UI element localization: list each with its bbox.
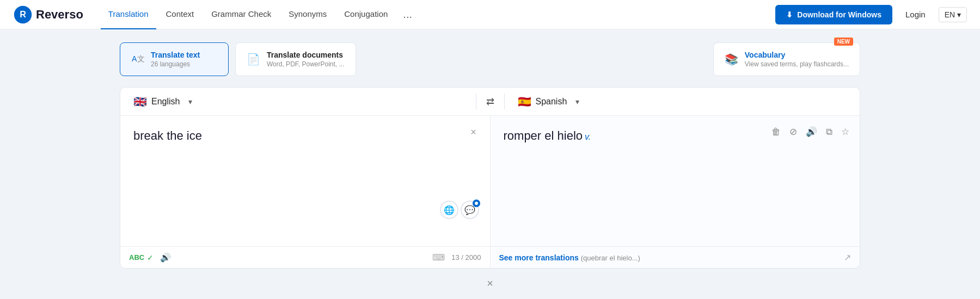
- translate-text-tab[interactable]: A 文 Translate text 26 languages: [120, 42, 229, 76]
- language-selector[interactable]: EN ▾: [939, 7, 967, 22]
- vocabulary-card[interactable]: NEW 📚 Vocabulary View saved terms, play …: [713, 42, 860, 76]
- ad-close-button[interactable]: ×: [487, 277, 493, 290]
- translate-docs-tab[interactable]: 📄 Translate documents Word, PDF, PowerPo…: [235, 42, 356, 76]
- trash-button[interactable]: 🗑: [769, 123, 783, 140]
- source-lang-chevron: ▾: [188, 97, 192, 106]
- source-panel: × break the ice 🌐 💬: [120, 116, 491, 246]
- speaker-icon: 🔊: [806, 126, 817, 138]
- ai-globe-button[interactable]: 🌐: [440, 201, 458, 219]
- external-link-icon[interactable]: ↗: [844, 252, 851, 263]
- vocab-icon: 📚: [725, 53, 738, 66]
- see-more-label: See more translations (quebrar el hielo.…: [499, 253, 640, 262]
- new-badge: NEW: [834, 38, 853, 46]
- header-right: ⬇ Download for Windows Login EN ▾: [775, 5, 967, 24]
- download-label: Download for Windows: [797, 10, 881, 19]
- spell-check-button[interactable]: ABC ✓: [129, 253, 154, 262]
- star-button[interactable]: ☆: [838, 123, 852, 140]
- translate-docs-icon: 📄: [247, 53, 260, 66]
- login-button[interactable]: Login: [901, 7, 930, 22]
- main-content: A 文 Translate text 26 languages 📄 Transl…: [109, 29, 871, 299]
- keyboard-icon[interactable]: ⌨: [432, 252, 445, 263]
- nav-item-context[interactable]: Context: [158, 0, 202, 29]
- translation-suffix: v.: [585, 132, 591, 141]
- bottom-bars: ABC ✓ 🔊 ⌨ 13 / 2000 See more translation…: [120, 246, 860, 268]
- source-language-selector[interactable]: 🇬🇧 English ▾: [120, 88, 476, 115]
- listen-source-icon: 🔊: [160, 253, 171, 262]
- header: R Reverso Translation Context Grammar Ch…: [0, 0, 980, 29]
- ai-chat-button[interactable]: 💬: [461, 201, 479, 219]
- swap-icon: ⇄: [486, 96, 494, 108]
- download-button[interactable]: ⬇ Download for Windows: [775, 5, 892, 24]
- char-count: 13 / 2000: [451, 253, 481, 261]
- no-entry-icon: ⊘: [789, 126, 797, 138]
- svg-text:A: A: [132, 54, 137, 63]
- check-mark: ✓: [147, 253, 154, 262]
- source-text[interactable]: break the ice: [133, 127, 477, 214]
- nav-more-button[interactable]: ...: [397, 4, 418, 25]
- clear-button[interactable]: ×: [466, 124, 481, 140]
- logo[interactable]: R Reverso: [13, 5, 83, 24]
- top-tabs: A 文 Translate text 26 languages 📄 Transl…: [120, 42, 860, 76]
- svg-text:R: R: [20, 9, 26, 19]
- listen-source-button[interactable]: 🔊: [160, 252, 171, 263]
- source-lang-name: English: [151, 97, 180, 107]
- copy-icon: ⧉: [826, 127, 832, 138]
- translate-docs-title: Translate documents: [267, 51, 345, 59]
- see-more-sub: (quebrar el hielo...): [581, 254, 640, 262]
- ad-close-area: ×: [120, 277, 860, 290]
- ai-badge: [473, 200, 480, 207]
- translation-panels: × break the ice 🌐 💬: [120, 116, 860, 246]
- nav-item-grammar[interactable]: Grammar Check: [204, 0, 279, 29]
- translator-box: 🇬🇧 English ▾ ⇄ 🇪🇸 Spanish ▾ × break the …: [120, 87, 860, 269]
- translate-text-title: Translate text: [151, 51, 200, 59]
- target-actions: 🗑 ⊘ 🔊 ⧉ ☆: [769, 123, 852, 140]
- target-language-selector[interactable]: 🇪🇸 Spanish ▾: [505, 88, 860, 115]
- nav-item-conjugation[interactable]: Conjugation: [336, 0, 395, 29]
- trash-icon: 🗑: [771, 127, 781, 138]
- source-flag: 🇬🇧: [133, 95, 147, 108]
- ai-icons-area: 🌐 💬: [440, 201, 479, 219]
- current-language: EN ▾: [945, 10, 961, 19]
- spell-check-icon: ABC: [129, 253, 144, 261]
- speaker-button[interactable]: 🔊: [803, 123, 820, 140]
- swap-languages-button[interactable]: ⇄: [476, 90, 504, 113]
- language-bar: 🇬🇧 English ▾ ⇄ 🇪🇸 Spanish ▾: [120, 88, 860, 116]
- source-bottom-bar: ABC ✓ 🔊 ⌨ 13 / 2000: [120, 247, 491, 268]
- copy-button[interactable]: ⧉: [823, 123, 835, 140]
- star-icon: ☆: [841, 126, 849, 138]
- translate-docs-subtitle: Word, PDF, PowerPoint, ...: [267, 60, 345, 68]
- vocab-title: Vocabulary: [745, 51, 849, 59]
- download-icon: ⬇: [786, 10, 793, 19]
- svg-text:文: 文: [137, 54, 144, 63]
- target-lang-chevron: ▾: [575, 97, 579, 106]
- see-more-link[interactable]: See more translations: [499, 253, 579, 262]
- translate-text-icon: A 文: [131, 52, 144, 67]
- target-lang-name: Spanish: [536, 97, 567, 107]
- translate-text-subtitle: 26 languages: [151, 60, 200, 68]
- nav-item-translation[interactable]: Translation: [101, 0, 156, 29]
- no-entry-button[interactable]: ⊘: [787, 123, 800, 140]
- target-bottom-bar: See more translations (quebrar el hielo.…: [491, 247, 860, 268]
- logo-text: Reverso: [36, 8, 83, 22]
- translated-text: romper el hielo: [504, 129, 583, 142]
- nav-item-synonyms[interactable]: Synonyms: [281, 0, 334, 29]
- target-flag: 🇪🇸: [518, 95, 531, 108]
- main-nav: Translation Context Grammar Check Synony…: [101, 0, 775, 29]
- target-panel: 🗑 ⊘ 🔊 ⧉ ☆ romper el hie: [491, 116, 860, 246]
- vocab-subtitle: View saved terms, play flashcards...: [745, 60, 849, 68]
